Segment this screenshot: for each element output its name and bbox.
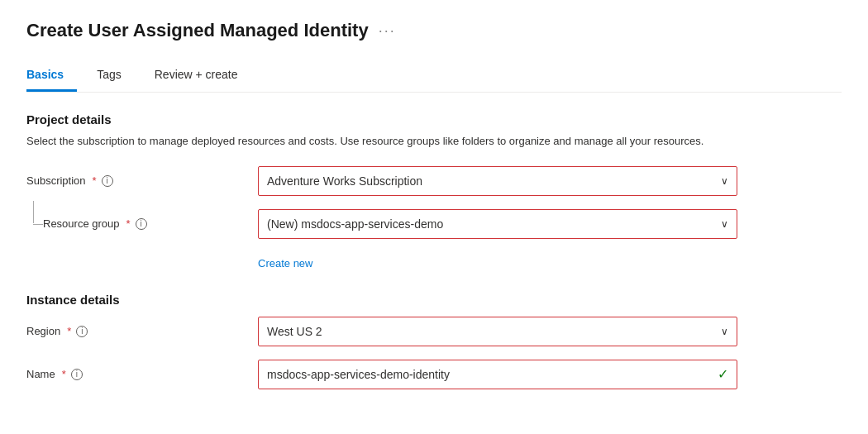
create-new-link[interactable]: Create new [258,257,312,269]
subscription-label-col: Subscription * i [26,174,258,187]
region-required: * [67,325,71,337]
name-label-col: Name * i [26,368,258,380]
region-control: West US 2 ∨ [258,317,737,346]
region-value: West US 2 [267,325,322,338]
subscription-row: Subscription * i Adventure Works Subscri… [26,166,842,196]
subscription-label: Subscription [26,174,86,187]
name-info-icon[interactable]: i [71,369,83,380]
subscription-info-icon[interactable]: i [102,175,113,187]
resource-group-row: Resource group * i (New) msdocs-app-serv… [26,209,842,239]
tab-tags[interactable]: Tags [97,61,135,92]
name-row: Name * i msdocs-app-services-demo-identi… [26,360,842,389]
resource-group-info-icon[interactable]: i [136,218,147,230]
project-details-section: Project details Select the subscription … [26,112,842,269]
resource-group-required: * [126,217,131,230]
page-title: Create User Assigned Managed Identity [26,20,369,41]
region-label-col: Region * i [26,325,258,337]
resource-group-label: Resource group [43,217,120,230]
subscription-dropdown[interactable]: Adventure Works Subscription ∨ [258,166,737,196]
resource-group-control: (New) msdocs-app-services-demo ∨ [258,209,737,239]
project-details-description: Select the subscription to manage deploy… [26,133,729,150]
resource-group-value: (New) msdocs-app-services-demo [267,217,443,231]
region-row: Region * i West US 2 ∨ [26,317,842,346]
tab-bar: Basics Tags Review + create [26,61,842,93]
tab-basics[interactable]: Basics [26,61,77,92]
subscription-chevron-icon: ∨ [721,175,728,187]
project-details-title: Project details [26,112,842,126]
resource-group-label-col: Resource group * i [26,217,258,230]
name-value: msdocs-app-services-demo-identity [267,368,450,381]
resource-group-chevron-icon: ∨ [721,218,728,230]
region-label: Region [26,325,60,337]
subscription-value: Adventure Works Subscription [267,174,422,188]
name-input[interactable]: msdocs-app-services-demo-identity ✓ [258,360,737,389]
name-label: Name [26,368,55,380]
page-title-row: Create User Assigned Managed Identity ··… [26,20,842,41]
tab-review-create[interactable]: Review + create [155,61,251,92]
page-title-more-icon[interactable]: ··· [379,22,396,40]
region-dropdown[interactable]: West US 2 ∨ [258,317,737,346]
name-control: msdocs-app-services-demo-identity ✓ [258,360,737,389]
region-info-icon[interactable]: i [76,326,88,337]
instance-details-section: Instance details Region * i West US 2 ∨ … [26,293,842,389]
name-valid-check-icon: ✓ [718,366,728,382]
subscription-control: Adventure Works Subscription ∨ [258,166,737,196]
subscription-required: * [93,174,97,187]
region-chevron-icon: ∨ [721,326,728,337]
instance-details-title: Instance details [26,293,842,307]
resource-group-dropdown[interactable]: (New) msdocs-app-services-demo ∨ [258,209,737,239]
name-required: * [62,368,66,380]
